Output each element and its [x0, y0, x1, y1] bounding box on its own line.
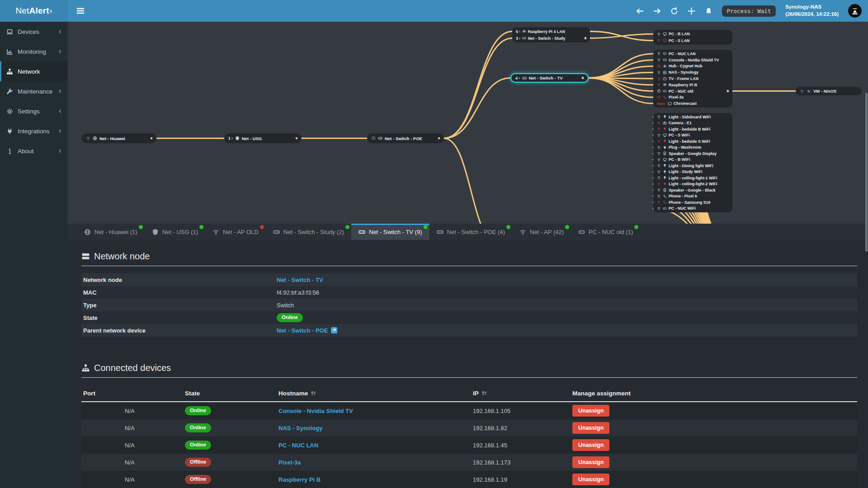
topology-node[interactable]: Speaker - Google Display — [653, 150, 732, 157]
topology-node[interactable]: Pixel-3a — [653, 94, 732, 100]
hostname-link[interactable]: Console - Nvidia Shield TV — [278, 408, 353, 414]
topology-node[interactable]: Light - Study WiFi — [653, 169, 732, 175]
topology-node[interactable]: Light - bedside B WiFi — [653, 126, 732, 132]
tab-net-ap-old[interactable]: Net - AP OLD — [205, 224, 266, 240]
topology-node[interactable]: PC - B LAN — [653, 31, 732, 38]
topology-node[interactable]: Phone - Pixel 6 — [653, 193, 732, 200]
tab-net-switch-tv-9[interactable]: Net - Switch - TV (9) — [351, 224, 429, 240]
topology-node[interactable]: 5Raspberry Pi 4 LAN — [512, 28, 590, 35]
switch-icon — [437, 229, 443, 235]
topology-cluster-combo: 5Raspberry Pi 4 LAN3Net - Switch - Study — [512, 27, 590, 42]
hostname-link[interactable]: Raspberry Pi B — [278, 476, 321, 483]
hostname-link[interactable]: Pixel-3a — [278, 459, 301, 466]
topology-node-tv[interactable]: 4Net - Switch - TV — [510, 73, 589, 83]
topology-node[interactable]: 3Net - Switch - Study — [512, 35, 590, 42]
switch-icon — [378, 136, 382, 141]
topology-node[interactable]: PC - NUC WiFi — [653, 206, 732, 212]
nuc-icon — [663, 52, 667, 56]
status-dot-green — [634, 225, 638, 229]
unassign-button[interactable]: Unassign — [572, 439, 609, 451]
node-label: Phone - Pixel 6 — [669, 194, 697, 198]
sidebar-item-maintenance[interactable]: Maintenance — [0, 81, 68, 101]
sidebar-item-network[interactable]: Network — [0, 61, 68, 81]
app-logo[interactable]: NetAlertx — [0, 0, 68, 22]
topology-node[interactable]: PC - S WiFi — [653, 132, 732, 139]
menu-toggle-icon[interactable] — [76, 6, 85, 15]
sort-icon[interactable] — [311, 390, 316, 396]
topology-node-vm[interactable]: VM - NixOS — [796, 87, 862, 95]
desktop-icon — [663, 38, 667, 42]
external-link-icon[interactable] — [331, 327, 337, 333]
topology-node[interactable]: Light - Dining light WiFi — [653, 163, 732, 169]
sidebar: DevicesMonitoringNetworkMaintenanceSetti… — [0, 22, 68, 488]
wrench-icon — [6, 88, 13, 95]
network-node-section-title: Network node — [81, 251, 857, 262]
topology-node[interactable]: Raspberry Pi B — [653, 82, 732, 88]
topology-node[interactable]: Light - ceiling-light-2 WiFi — [653, 181, 732, 188]
topology-node-huawei[interactable]: Net - Huawei — [82, 133, 156, 143]
tab-net-switch-poe-4[interactable]: Net - Switch - POE (4) — [429, 224, 513, 240]
column-header-hostname[interactable]: Hostname — [278, 390, 473, 397]
topology-node[interactable]: Camera - E1 — [653, 120, 732, 127]
node-label: Light - Dining light WiFi — [669, 164, 713, 168]
unassign-button[interactable]: Unassign — [572, 474, 609, 485]
info-label: State — [83, 314, 277, 321]
topology-node[interactable]: PC - S LAN — [653, 38, 732, 44]
topology-node[interactable]: Console - Nvidia Shield TV — [653, 57, 732, 63]
state-badge: Offline — [185, 458, 211, 467]
port-cell: N/A — [83, 425, 185, 432]
topology-node[interactable]: Hub - Cygnet Hub — [653, 63, 732, 70]
unassign-button[interactable]: Unassign — [572, 405, 609, 417]
device-link[interactable]: Net - Switch - TV — [277, 277, 323, 283]
topology-node[interactable]: NoneChromecast — [653, 100, 732, 107]
notifications-icon[interactable] — [705, 7, 712, 15]
unassign-button[interactable]: Unassign — [572, 456, 609, 468]
info-value: Net - Switch - POE — [277, 327, 857, 334]
forward-icon[interactable] — [653, 7, 661, 15]
wifi-icon — [657, 176, 661, 180]
topology-node-poe[interactable]: Net - Switch - POE — [367, 133, 444, 143]
topology-node[interactable]: TV - Frame LAN — [653, 75, 732, 82]
unassign-button[interactable]: Unassign — [572, 422, 609, 434]
speaker-icon — [663, 151, 667, 155]
tab-net-usg-1[interactable]: Net - USG (1) — [145, 224, 205, 240]
tab-net-huawei-1[interactable]: Net - Huawei (1) — [77, 224, 145, 240]
topology-node[interactable]: PC - NUC old — [653, 88, 732, 94]
sort-icon[interactable] — [481, 390, 487, 396]
connector-square — [727, 90, 729, 92]
phone-icon — [663, 200, 667, 204]
sidebar-item-integrations[interactable]: Integrations — [0, 121, 68, 141]
topology-node[interactable]: NAS - Synology — [653, 69, 732, 75]
refresh-icon[interactable] — [670, 7, 678, 15]
topology-node[interactable]: Speaker - Google - Black — [653, 187, 732, 193]
device-link[interactable]: Net - Switch - POE — [277, 327, 328, 334]
topology-node[interactable]: PC - NUC LAN — [653, 51, 732, 57]
pan-icon[interactable] — [688, 7, 695, 15]
logo-text-bold: Alert — [29, 6, 49, 16]
topology-node[interactable]: Light - ceiling-light-1 WiFi — [653, 175, 732, 181]
node-tabs-bar: Net - Huawei (1)Net - USG (1)Net - AP OL… — [68, 224, 868, 240]
tab-net-switch-study-2[interactable]: Net - Switch - Study (2) — [266, 224, 351, 240]
page-scrollbar-thumb[interactable] — [865, 93, 868, 252]
topology-node[interactable]: PC - B WiFi — [653, 157, 732, 163]
tab-pc-nuc-old-1[interactable]: PC - NUC old (1) — [571, 224, 640, 240]
desktop-icon — [663, 133, 667, 137]
network-topology-canvas[interactable]: Net - Huawei1Net - USGNet - Switch - POE… — [68, 22, 868, 224]
topology-node[interactable]: Phone - Samsung S10 — [653, 199, 732, 206]
sidebar-item-devices[interactable]: Devices — [0, 22, 68, 42]
topology-node[interactable]: Light - bedside S WiFi — [653, 138, 732, 145]
info-row: Network nodeNet - Switch - TV — [81, 273, 857, 286]
hostname-link[interactable]: PC - NUC LAN — [278, 442, 318, 449]
sidebar-item-about[interactable]: About — [0, 141, 68, 161]
topology-node[interactable]: Plug - Washroom — [653, 145, 732, 151]
back-icon[interactable] — [636, 7, 644, 15]
hostname-link[interactable]: NAS - Synology — [278, 425, 323, 432]
sidebar-item-monitoring[interactable]: Monitoring — [0, 42, 68, 61]
node-label: Light - Sideboard WiFi — [669, 115, 711, 119]
sidebar-item-settings[interactable]: Settings — [0, 101, 68, 121]
column-header-ip[interactable]: IP — [473, 390, 572, 397]
user-avatar[interactable] — [848, 4, 862, 18]
topology-node[interactable]: Light - Sideboard WiFi — [653, 114, 732, 120]
tab-net-ap-42[interactable]: Net - AP (42) — [512, 224, 571, 240]
topology-node-usg[interactable]: 1Net - USG — [224, 133, 302, 143]
